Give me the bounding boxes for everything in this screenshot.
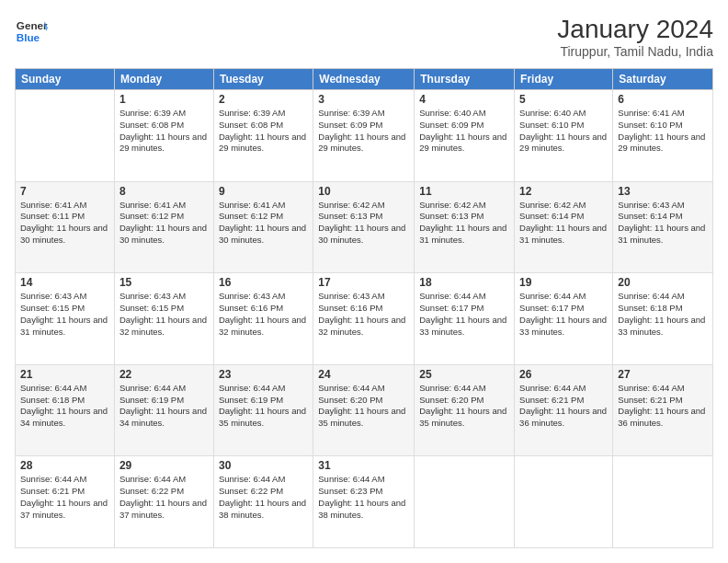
day-info: Sunrise: 6:44 AMSunset: 6:19 PMDaylight:… — [119, 383, 209, 430]
week-row-1: 1Sunrise: 6:39 AMSunset: 6:08 PMDaylight… — [16, 90, 713, 182]
week-row-3: 14Sunrise: 6:43 AMSunset: 6:15 PMDayligh… — [16, 273, 713, 365]
day-info: Sunrise: 6:41 AMSunset: 6:12 PMDaylight:… — [119, 200, 209, 247]
day-number: 3 — [318, 93, 409, 106]
day-number: 23 — [219, 368, 308, 381]
day-number: 29 — [119, 459, 209, 472]
day-number: 11 — [419, 185, 509, 198]
day-number: 20 — [618, 276, 708, 289]
day-info: Sunrise: 6:43 AMSunset: 6:16 PMDaylight:… — [318, 291, 409, 338]
day-info: Sunrise: 6:44 AMSunset: 6:17 PMDaylight:… — [419, 291, 509, 338]
day-info: Sunrise: 6:39 AMSunset: 6:08 PMDaylight:… — [119, 108, 209, 155]
calendar-cell: 23Sunrise: 6:44 AMSunset: 6:19 PMDayligh… — [213, 364, 313, 456]
calendar-cell: 10Sunrise: 6:42 AMSunset: 6:13 PMDayligh… — [313, 181, 415, 273]
day-number: 12 — [519, 185, 608, 198]
day-header-thursday: Thursday — [415, 69, 515, 90]
day-info: Sunrise: 6:44 AMSunset: 6:21 PMDaylight:… — [618, 383, 708, 430]
calendar-cell: 22Sunrise: 6:44 AMSunset: 6:19 PMDayligh… — [114, 364, 213, 456]
calendar-cell: 18Sunrise: 6:44 AMSunset: 6:17 PMDayligh… — [415, 273, 515, 365]
calendar-cell: 2Sunrise: 6:39 AMSunset: 6:08 PMDaylight… — [213, 90, 313, 182]
day-number: 26 — [519, 368, 608, 381]
page: General Blue January 2024 Tiruppur, Tami… — [0, 0, 728, 563]
day-info: Sunrise: 6:42 AMSunset: 6:14 PMDaylight:… — [519, 200, 608, 247]
location: Tiruppur, Tamil Nadu, India — [557, 44, 713, 59]
day-number: 25 — [419, 368, 509, 381]
day-info: Sunrise: 6:40 AMSunset: 6:09 PMDaylight:… — [419, 108, 509, 155]
day-info: Sunrise: 6:42 AMSunset: 6:13 PMDaylight:… — [419, 200, 509, 247]
day-number: 22 — [119, 368, 209, 381]
calendar-cell: 27Sunrise: 6:44 AMSunset: 6:21 PMDayligh… — [613, 364, 713, 456]
day-number: 5 — [519, 93, 608, 106]
calendar-cell: 6Sunrise: 6:41 AMSunset: 6:10 PMDaylight… — [613, 90, 713, 182]
svg-text:General: General — [17, 19, 48, 31]
day-info: Sunrise: 6:44 AMSunset: 6:22 PMDaylight:… — [119, 474, 209, 521]
calendar-cell — [515, 456, 613, 548]
day-info: Sunrise: 6:43 AMSunset: 6:15 PMDaylight:… — [119, 291, 209, 338]
calendar-cell: 19Sunrise: 6:44 AMSunset: 6:17 PMDayligh… — [515, 273, 613, 365]
day-number: 19 — [519, 276, 608, 289]
calendar-cell: 5Sunrise: 6:40 AMSunset: 6:10 PMDaylight… — [515, 90, 613, 182]
day-number: 24 — [318, 368, 409, 381]
calendar-cell: 9Sunrise: 6:41 AMSunset: 6:12 PMDaylight… — [213, 181, 313, 273]
day-info: Sunrise: 6:42 AMSunset: 6:13 PMDaylight:… — [318, 200, 409, 247]
day-header-monday: Monday — [114, 69, 213, 90]
day-number: 1 — [119, 93, 209, 106]
calendar-cell: 20Sunrise: 6:44 AMSunset: 6:18 PMDayligh… — [613, 273, 713, 365]
day-number: 9 — [219, 185, 308, 198]
day-header-friday: Friday — [515, 69, 613, 90]
day-number: 6 — [618, 93, 708, 106]
day-info: Sunrise: 6:43 AMSunset: 6:16 PMDaylight:… — [219, 291, 308, 338]
day-info: Sunrise: 6:41 AMSunset: 6:10 PMDaylight:… — [618, 108, 708, 155]
calendar-cell: 4Sunrise: 6:40 AMSunset: 6:09 PMDaylight… — [415, 90, 515, 182]
day-info: Sunrise: 6:44 AMSunset: 6:18 PMDaylight:… — [618, 291, 708, 338]
day-info: Sunrise: 6:44 AMSunset: 6:21 PMDaylight:… — [519, 383, 608, 430]
day-number: 10 — [318, 185, 409, 198]
calendar-cell: 13Sunrise: 6:43 AMSunset: 6:14 PMDayligh… — [613, 181, 713, 273]
day-number: 8 — [119, 185, 209, 198]
day-header-sunday: Sunday — [16, 69, 115, 90]
day-number: 7 — [20, 185, 109, 198]
day-number: 4 — [419, 93, 509, 106]
day-info: Sunrise: 6:44 AMSunset: 6:22 PMDaylight:… — [219, 474, 308, 521]
day-info: Sunrise: 6:39 AMSunset: 6:09 PMDaylight:… — [318, 108, 409, 155]
calendar-cell: 24Sunrise: 6:44 AMSunset: 6:20 PMDayligh… — [313, 364, 415, 456]
day-number: 27 — [618, 368, 708, 381]
calendar-cell: 25Sunrise: 6:44 AMSunset: 6:20 PMDayligh… — [415, 364, 515, 456]
day-info: Sunrise: 6:44 AMSunset: 6:20 PMDaylight:… — [419, 383, 509, 430]
day-number: 14 — [20, 276, 109, 289]
day-number: 16 — [219, 276, 308, 289]
logo: General Blue — [15, 15, 48, 48]
week-row-5: 28Sunrise: 6:44 AMSunset: 6:21 PMDayligh… — [16, 456, 713, 548]
day-number: 17 — [318, 276, 409, 289]
day-number: 31 — [318, 459, 409, 472]
calendar-cell: 7Sunrise: 6:41 AMSunset: 6:11 PMDaylight… — [16, 181, 115, 273]
calendar-cell: 16Sunrise: 6:43 AMSunset: 6:16 PMDayligh… — [213, 273, 313, 365]
day-number: 30 — [219, 459, 308, 472]
calendar-cell: 17Sunrise: 6:43 AMSunset: 6:16 PMDayligh… — [313, 273, 415, 365]
title-area: January 2024 Tiruppur, Tamil Nadu, India — [557, 15, 713, 59]
day-info: Sunrise: 6:44 AMSunset: 6:23 PMDaylight:… — [318, 474, 409, 521]
calendar-cell: 28Sunrise: 6:44 AMSunset: 6:21 PMDayligh… — [16, 456, 115, 548]
day-info: Sunrise: 6:44 AMSunset: 6:18 PMDaylight:… — [20, 383, 109, 430]
day-number: 15 — [119, 276, 209, 289]
calendar-cell: 3Sunrise: 6:39 AMSunset: 6:09 PMDaylight… — [313, 90, 415, 182]
day-info: Sunrise: 6:43 AMSunset: 6:15 PMDaylight:… — [20, 291, 109, 338]
day-number: 21 — [20, 368, 109, 381]
calendar-cell: 15Sunrise: 6:43 AMSunset: 6:15 PMDayligh… — [114, 273, 213, 365]
calendar-cell — [16, 90, 115, 182]
calendar-cell: 12Sunrise: 6:42 AMSunset: 6:14 PMDayligh… — [515, 181, 613, 273]
day-info: Sunrise: 6:43 AMSunset: 6:14 PMDaylight:… — [618, 200, 708, 247]
week-row-2: 7Sunrise: 6:41 AMSunset: 6:11 PMDaylight… — [16, 181, 713, 273]
day-info: Sunrise: 6:44 AMSunset: 6:17 PMDaylight:… — [519, 291, 608, 338]
calendar-cell: 14Sunrise: 6:43 AMSunset: 6:15 PMDayligh… — [16, 273, 115, 365]
header: General Blue January 2024 Tiruppur, Tami… — [15, 15, 713, 59]
day-header-wednesday: Wednesday — [313, 69, 415, 90]
day-info: Sunrise: 6:44 AMSunset: 6:21 PMDaylight:… — [20, 474, 109, 521]
month-title: January 2024 — [557, 15, 713, 44]
day-header-tuesday: Tuesday — [213, 69, 313, 90]
calendar-table: SundayMondayTuesdayWednesdayThursdayFrid… — [15, 68, 713, 548]
calendar-cell: 8Sunrise: 6:41 AMSunset: 6:12 PMDaylight… — [114, 181, 213, 273]
day-number: 28 — [20, 459, 109, 472]
day-info: Sunrise: 6:41 AMSunset: 6:11 PMDaylight:… — [20, 200, 109, 247]
calendar-cell: 26Sunrise: 6:44 AMSunset: 6:21 PMDayligh… — [515, 364, 613, 456]
calendar-cell — [415, 456, 515, 548]
